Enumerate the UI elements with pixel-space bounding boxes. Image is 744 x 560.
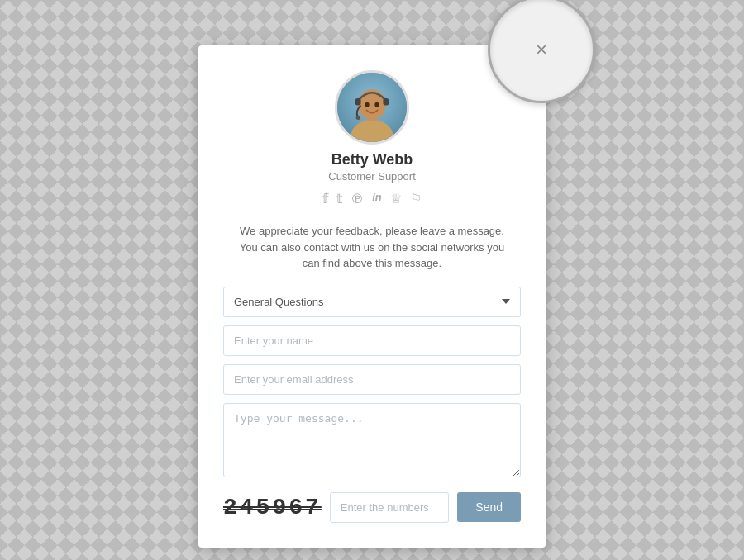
captcha-code: 245967 — [223, 495, 322, 520]
close-icon: × — [536, 40, 547, 59]
twitter-icon[interactable]: 𝕥 — [336, 191, 342, 206]
social-icons: 𝕗 𝕥 ℗ in ♕ ⚐ — [322, 191, 422, 206]
email-group — [223, 364, 521, 395]
skype-icon[interactable]: ♕ — [390, 191, 402, 206]
name-input[interactable] — [223, 325, 521, 356]
welcome-text: We appreciate your feedback, please leav… — [223, 223, 521, 272]
svg-point-3 — [358, 89, 386, 120]
svg-point-7 — [365, 102, 370, 107]
category-select[interactable]: General QuestionsTechnical SupportBillin… — [223, 287, 521, 317]
linkedin-icon[interactable]: in — [372, 191, 382, 206]
name-group — [223, 325, 521, 356]
svg-point-6 — [356, 116, 360, 120]
captcha-input[interactable] — [330, 492, 449, 523]
foursquare-icon[interactable]: ⚐ — [410, 191, 422, 206]
profile-section: Betty Webb Customer Support 𝕗 𝕥 ℗ in ♕ ⚐ — [223, 70, 521, 210]
send-button[interactable]: Send — [457, 492, 521, 522]
facebook-icon[interactable]: 𝕗 — [322, 191, 328, 206]
agent-title: Customer Support — [328, 170, 416, 183]
message-group — [223, 403, 521, 481]
captcha-row: 245967 Send — [223, 492, 521, 523]
contact-widget: × — [198, 45, 546, 548]
svg-rect-4 — [355, 98, 361, 105]
svg-point-8 — [374, 102, 379, 107]
message-textarea[interactable] — [223, 403, 521, 477]
agent-name: Betty Webb — [331, 151, 413, 168]
avatar — [335, 70, 409, 145]
close-button[interactable]: × — [488, 0, 595, 103]
svg-rect-5 — [383, 98, 389, 105]
category-group: General QuestionsTechnical SupportBillin… — [223, 287, 521, 317]
email-input[interactable] — [223, 364, 521, 395]
pinterest-icon[interactable]: ℗ — [351, 191, 364, 206]
